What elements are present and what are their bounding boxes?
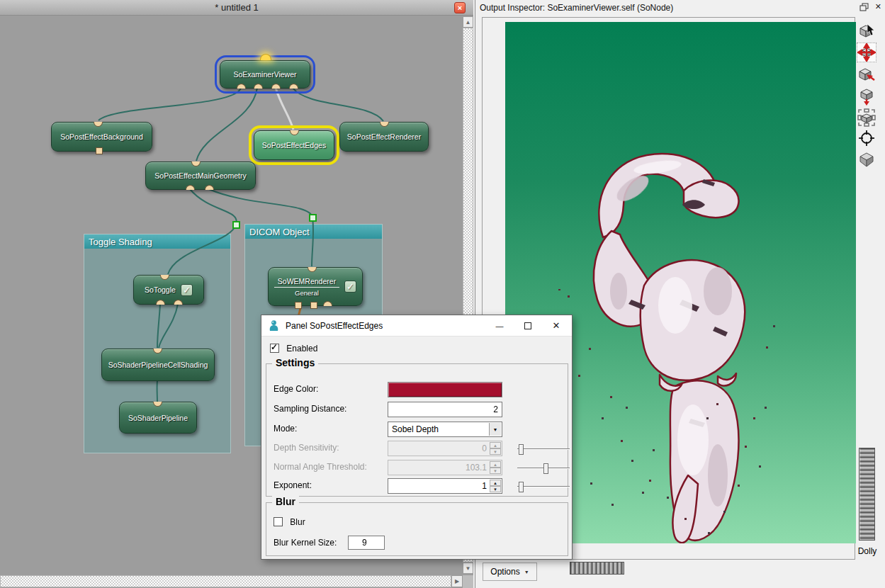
blur-checkbox[interactable] <box>274 517 283 526</box>
edge-color-label: Edge Color: <box>274 384 318 394</box>
scroll-up-icon[interactable]: ▲ <box>463 16 473 28</box>
spin-up-icon[interactable]: ▲ <box>490 461 501 468</box>
spin-down-icon[interactable]: ▼ <box>490 468 501 474</box>
spin-down-icon[interactable]: ▼ <box>490 486 501 492</box>
output-inspector-header[interactable]: Output Inspector: SoExaminerViewer.self … <box>475 0 885 15</box>
depth-sensitivity-label: Depth Sensitivity: <box>274 443 339 453</box>
horizontal-scroll-track[interactable] <box>0 575 451 587</box>
node-sowemrenderer[interactable]: SoWEMRenderer General ✓ <box>268 267 363 306</box>
maximize-icon[interactable] <box>514 315 542 336</box>
dialog-titlebar[interactable]: Panel SoPostEffectEdges — ✕ <box>261 315 572 337</box>
input-connector[interactable] <box>94 122 103 127</box>
blur-group-title: Blur <box>272 496 299 507</box>
node-soposteffectrenderer[interactable]: SoPostEffectRenderer <box>339 122 429 152</box>
input-connector[interactable] <box>380 122 389 127</box>
node-sotoggle[interactable]: SoToggle ✓ <box>133 275 204 305</box>
seek-mode-icon[interactable] <box>857 64 876 84</box>
node-label: SoToggle <box>145 285 176 294</box>
node-enabled-checkbox[interactable]: ✓ <box>344 281 356 293</box>
view-mode-icon[interactable] <box>857 43 876 62</box>
close-icon[interactable]: × <box>454 2 466 13</box>
exponent-row: Exponent: 1 ▲▼ <box>274 478 563 494</box>
view-all-icon[interactable] <box>857 86 876 106</box>
select-frame-icon[interactable] <box>857 108 876 128</box>
mode-dropdown[interactable]: Sobel Depth ▼ <box>388 422 502 437</box>
enabled-checkbox[interactable]: ✓ <box>270 344 279 353</box>
node-soshaderpipelinecellshading[interactable]: SoShaderPipelineCellShading <box>101 349 215 381</box>
sampling-distance-input[interactable]: 2 <box>388 402 502 417</box>
output-connector[interactable] <box>156 300 165 305</box>
exponent-slider[interactable] <box>517 486 570 487</box>
sampling-distance-label: Sampling Distance: <box>274 404 346 414</box>
panel-soposteffectedges-dialog: Panel SoPostEffectEdges — ✕ ✓ Enabled Se… <box>261 315 573 560</box>
input-connector[interactable] <box>191 162 201 166</box>
input-connector-active[interactable] <box>260 54 271 60</box>
network-window-title: * untitled 1 <box>215 2 258 13</box>
pick-mode-icon[interactable] <box>857 21 876 41</box>
output-connector[interactable] <box>323 301 332 306</box>
node-soposteffectmaingeometry[interactable]: SoPostEffectMainGeometry <box>145 162 256 190</box>
input-connector[interactable] <box>153 402 162 407</box>
group-bypass-marker[interactable] <box>309 214 317 222</box>
input-connector[interactable] <box>290 130 299 135</box>
crosshair-icon[interactable] <box>857 128 876 148</box>
spin-down-icon[interactable]: ▼ <box>490 448 501 455</box>
output-connector-square[interactable] <box>295 302 302 309</box>
input-connector[interactable] <box>308 267 317 272</box>
scroll-down-icon[interactable]: ▼ <box>463 562 473 574</box>
output-connector[interactable] <box>186 185 195 190</box>
dolly-thumbwheel[interactable] <box>859 448 875 541</box>
perspective-cube-icon[interactable] <box>857 149 876 169</box>
float-panel-icon[interactable] <box>859 3 869 11</box>
scrollbar-corner <box>463 575 473 588</box>
node-soposteffectbackground[interactable]: SoPostEffectBackground <box>51 122 152 152</box>
node-soposteffectedges[interactable]: SoPostEffectEdges <box>254 130 334 160</box>
enabled-checkbox-row: ✓ Enabled <box>270 344 317 354</box>
close-panel-icon[interactable]: ✕ <box>875 2 881 11</box>
node-label: SoExaminerViewer <box>233 70 296 79</box>
output-connector-square[interactable] <box>96 147 103 154</box>
node-sublabel: General <box>295 289 319 297</box>
slider-handle[interactable] <box>543 463 548 474</box>
enabled-label: Enabled <box>286 344 317 354</box>
horizontal-scrollbar[interactable]: ▶ <box>0 575 463 588</box>
minimize-icon[interactable]: — <box>485 315 514 336</box>
group-bypass-marker[interactable] <box>232 221 240 229</box>
node-label: SoPostEffectMainGeometry <box>154 171 246 180</box>
spin-up-icon[interactable]: ▲ <box>490 442 501 448</box>
node-label: SoShaderPipeline <box>128 414 188 422</box>
exponent-spinbox[interactable]: 1 ▲▼ <box>388 478 502 494</box>
normal-angle-spinbox[interactable]: 103.1 ▲▼ <box>388 460 502 475</box>
input-connector[interactable] <box>160 275 169 280</box>
depth-sensitivity-slider[interactable] <box>517 448 570 450</box>
node-label: SoPostEffectRenderer <box>347 132 421 141</box>
node-label: SoWEMRenderer <box>278 277 336 285</box>
node-soshaderpipeline[interactable]: SoShaderPipeline <box>119 402 197 434</box>
spin-up-icon[interactable]: ▲ <box>490 480 501 486</box>
normal-angle-slider[interactable] <box>517 468 570 469</box>
node-enabled-checkbox[interactable]: ✓ <box>181 284 193 296</box>
depth-sensitivity-spinbox[interactable]: 0 ▲▼ <box>388 441 502 456</box>
blur-checkbox-row: Blur <box>274 517 305 527</box>
output-connector[interactable] <box>205 185 214 190</box>
chevron-down-icon[interactable]: ▼ <box>489 423 501 436</box>
input-connector[interactable] <box>153 349 162 354</box>
blur-kernel-row: Blur Kernel Size: 9 <box>274 536 385 550</box>
close-icon[interactable]: ✕ <box>542 315 570 336</box>
output-connector[interactable] <box>271 84 281 89</box>
output-connector[interactable] <box>289 84 298 89</box>
blur-kernel-label: Blur Kernel Size: <box>274 538 337 548</box>
rotate-x-thumbwheel[interactable] <box>570 562 624 575</box>
slider-handle[interactable] <box>519 482 524 492</box>
network-window-titlebar[interactable]: * untitled 1 × <box>0 0 473 16</box>
edge-color-swatch[interactable] <box>388 382 502 397</box>
slider-handle[interactable] <box>519 444 524 455</box>
output-connector[interactable] <box>237 84 246 89</box>
output-connector[interactable] <box>254 84 263 89</box>
scroll-right-icon[interactable]: ▶ <box>451 575 463 587</box>
blur-kernel-input[interactable]: 9 <box>348 536 385 550</box>
options-button[interactable]: Options ▼ <box>483 562 537 581</box>
output-connector[interactable] <box>174 300 183 305</box>
output-connector-square[interactable] <box>310 302 317 309</box>
node-soexaminerviewer[interactable]: SoExaminerViewer <box>220 60 310 89</box>
